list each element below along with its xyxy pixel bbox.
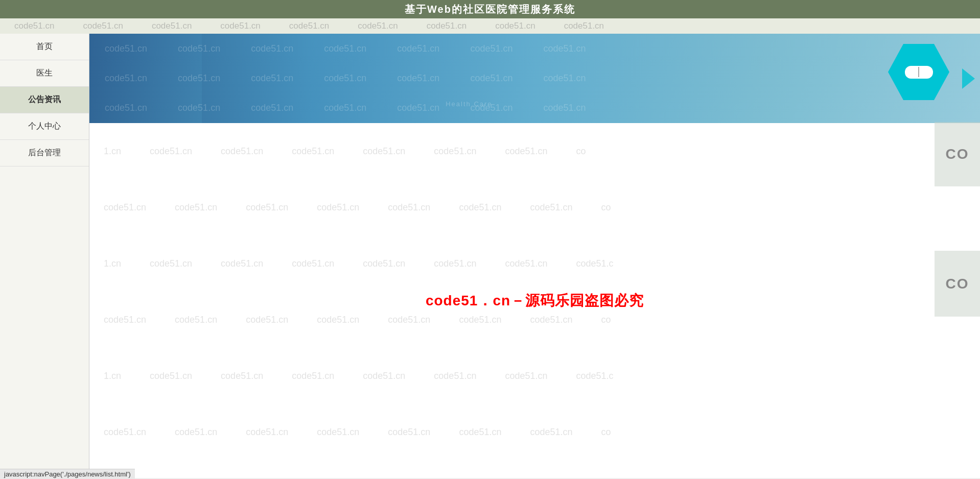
sidebar-item-doctor[interactable]: 医生	[0, 60, 89, 87]
watermark-item: code51.cn	[481, 21, 549, 31]
hexagon-icon	[888, 44, 949, 100]
watermark-item: code51.cn	[550, 21, 618, 31]
co-badge-1: CO	[935, 122, 980, 186]
co-badge-2: CO	[935, 251, 980, 317]
sidebar-item-personal[interactable]: 个人中心	[0, 113, 89, 140]
banner-health-text: Health Care	[446, 100, 492, 108]
copyright-notice: code51．cn－源码乐园盗图必究	[426, 291, 644, 310]
banner-arrow-icon	[962, 68, 975, 89]
watermark-item: code51.cn	[68, 21, 137, 31]
sidebar-item-home[interactable]: 首页	[0, 34, 89, 60]
status-bar: javascript:navPage('./pages/news/list.ht…	[0, 469, 135, 479]
sidebar-item-admin[interactable]: 后台管理	[0, 140, 89, 166]
watermark-item: code51.cn	[137, 21, 206, 31]
banner: code51.cn code51.cn code51.cn code51.cn …	[89, 34, 980, 123]
content-area: code51.cn code51.cn code51.cn code51.cn …	[89, 34, 980, 478]
watermark-item: code51.cn	[0, 21, 68, 31]
watermark-item: code51.cn	[206, 21, 274, 31]
main-layout: 首页 医生 公告资讯 个人中心 后台管理 code5	[0, 34, 980, 478]
page-title: 基于Web的社区医院管理服务系统	[405, 3, 575, 16]
title-bar: 基于Web的社区医院管理服务系统	[0, 0, 980, 18]
top-watermark-bar: code51.cn code51.cn code51.cn code51.cn …	[0, 18, 980, 34]
main-content: 1.cn code51.cn code51.cn code51.cn code5…	[89, 123, 980, 478]
sidebar: 首页 医生 公告资讯 个人中心 后台管理	[0, 34, 89, 478]
banner-gradient	[89, 34, 980, 123]
sidebar-item-news[interactable]: 公告资讯	[0, 87, 89, 113]
watermark-item: code51.cn	[343, 21, 412, 31]
watermark-item: code51.cn	[275, 21, 343, 31]
status-text: javascript:navPage('./pages/news/list.ht…	[4, 470, 131, 478]
watermark-item: code51.cn	[412, 21, 481, 31]
pill-icon	[905, 66, 933, 79]
